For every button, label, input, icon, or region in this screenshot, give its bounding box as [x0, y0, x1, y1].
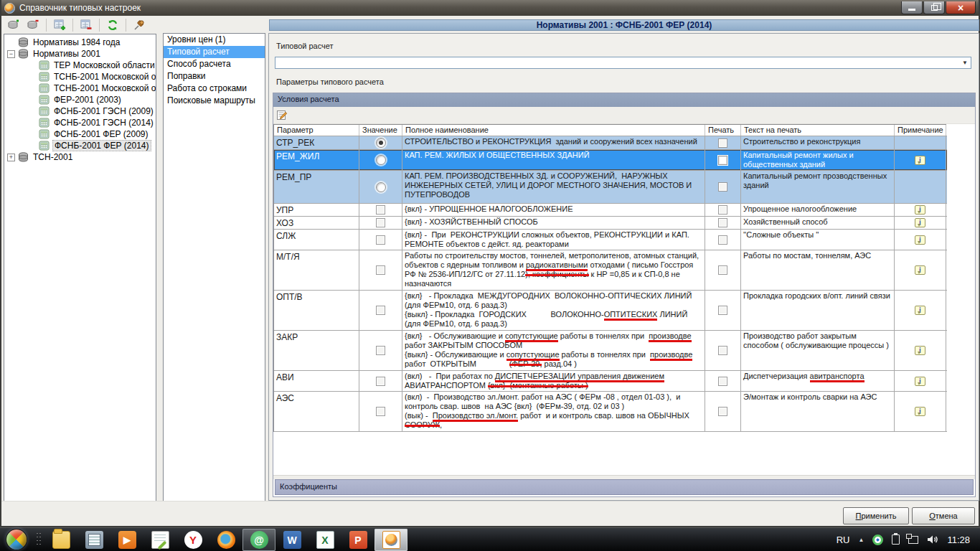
close-button[interactable]: × [946, 1, 976, 14]
taskbar-item-media-player[interactable] [110, 529, 143, 551]
column-header[interactable]: Значение [359, 125, 402, 136]
print-checkbox[interactable] [718, 205, 727, 215]
note-icon[interactable]: i [915, 205, 925, 215]
collapse-icon[interactable]: − [7, 50, 15, 58]
network-tray-icon[interactable] [908, 536, 918, 544]
column-header[interactable]: Печать [705, 125, 741, 136]
edit-button[interactable] [276, 109, 288, 121]
taskbar-item-excel[interactable] [308, 529, 341, 551]
value-radio[interactable] [376, 155, 386, 165]
table-row[interactable]: СЛЖ{вкл} - При РЕКОНСТРУКЦИИ сложных объ… [274, 230, 947, 250]
column-header[interactable]: Параметр [274, 125, 359, 136]
taskbar-item-powerpoint[interactable] [341, 529, 374, 551]
table-row[interactable]: М/Т/ЯРаботы по строительству мостов, тон… [274, 250, 947, 291]
value-checkbox[interactable] [376, 235, 385, 245]
cancel-button[interactable]: Отмена [912, 507, 975, 524]
tree-item[interactable]: Нормативы 1984 года [18, 37, 156, 48]
section-item[interactable]: Уровни цен (1) [164, 34, 265, 46]
remove-record-button[interactable] [78, 18, 94, 32]
add-record-button[interactable] [52, 18, 67, 32]
antivirus-tray-icon[interactable] [872, 534, 883, 545]
typical-calc-combobox[interactable]: ▼ [275, 57, 971, 69]
print-checkbox[interactable] [718, 156, 727, 165]
section-item[interactable]: Поисковые маршруты [164, 95, 265, 107]
print-checkbox[interactable] [718, 218, 727, 227]
hidden-icons-arrow-icon[interactable]: ▲ [859, 537, 864, 543]
restore-button[interactable] [923, 1, 945, 14]
note-icon[interactable]: i [915, 156, 925, 165]
taskbar-item-estimate-app[interactable] [374, 529, 407, 551]
print-checkbox[interactable] [718, 265, 727, 275]
remove-database-button[interactable] [25, 18, 41, 32]
column-header[interactable]: Примечание [895, 125, 946, 136]
table-row[interactable]: ХОЗ{вкл} - ХОЗЯЙСТВЕННЫЙ СПОСОБХозяйстве… [274, 217, 947, 230]
tree-item[interactable]: ТСНБ-2001 Московской обл. [39, 83, 156, 94]
tree-item[interactable]: ТЕР Московской области (2 [39, 60, 156, 71]
pushpin-button[interactable] [131, 18, 147, 32]
print-checkbox[interactable] [718, 346, 727, 355]
print-checkbox[interactable] [718, 377, 727, 386]
section-item[interactable]: Типовой расчет [164, 46, 265, 58]
start-button[interactable] [0, 529, 33, 550]
note-icon[interactable]: i [915, 377, 925, 386]
tree-item[interactable]: ТСНБ-2001 Московской обл. [39, 71, 156, 83]
table-row[interactable]: ОПТ/В{вкл} - Прокладка МЕЖДУГОРОДНИХ ВОЛ… [274, 291, 947, 331]
coefficients-group-bar[interactable]: Коэффициенты [275, 479, 974, 495]
section-item[interactable]: Способ расчета [164, 58, 265, 70]
table-row[interactable]: СТР_РЕКСТРОИТЕЛЬСТВО и РЕКОНСТРУКЦИЯ зда… [274, 136, 947, 150]
value-checkbox[interactable] [376, 407, 385, 416]
taskbar-item-notepad[interactable] [143, 529, 176, 551]
tree-item[interactable]: ФСНБ-2001 ФЕР (2014) [39, 140, 156, 151]
table-row[interactable]: АВИ(вкл) - При работах по ДИСПЕТЧЕРЕЗАЦИ… [274, 371, 947, 392]
section-item[interactable]: Работа со строками [164, 83, 265, 95]
table-row[interactable]: РЕМ_ЖИЛКАП. РЕМ. ЖИЛЫХ И ОБЩЕСТВЕННЫХ ЗД… [274, 150, 947, 171]
expand-icon[interactable]: + [7, 154, 15, 161]
value-checkbox[interactable] [376, 265, 385, 275]
print-checkbox[interactable] [718, 182, 727, 192]
taskbar-item-explorer[interactable] [44, 529, 77, 551]
column-header[interactable]: Текст на печать [741, 125, 895, 136]
table-row[interactable]: РЕМ_ПРКАП. РЕМ. ПРОИЗВОДСТВЕННЫХ ЗД. и С… [274, 171, 947, 204]
tree-item[interactable]: ФСНБ-2001 ГЭСН (2014) [39, 117, 156, 128]
value-checkbox[interactable] [376, 218, 385, 227]
value-checkbox[interactable] [376, 306, 385, 315]
tree-item[interactable]: ФСНБ-2001 ФЕР (2009) [39, 128, 156, 140]
language-indicator[interactable]: RU [837, 534, 850, 545]
table-row[interactable]: УПР{вкл} - УПРОЩЕННОЕ НАЛОГООБЛОЖЕНИЕУпр… [274, 204, 947, 217]
value-checkbox[interactable] [376, 205, 385, 215]
tree-item[interactable]: ФЕР-2001 (2003) [39, 94, 156, 105]
table-row[interactable]: АЭС(вкл) - Производство эл./монт. работ … [274, 392, 947, 432]
section-item[interactable]: Поправки [164, 70, 265, 83]
value-radio[interactable] [376, 182, 386, 192]
apply-button[interactable]: Применить [843, 507, 909, 524]
table-row[interactable]: ЗАКР{вкл} - Обслуживающие и сопутстующие… [274, 331, 947, 371]
print-checkbox[interactable] [718, 235, 727, 245]
print-checkbox[interactable] [718, 407, 727, 416]
taskbar-item-firefox[interactable] [209, 529, 242, 551]
note-icon[interactable]: i [915, 346, 925, 355]
note-icon[interactable]: i [915, 235, 925, 245]
taskbar-item-yandex-browser[interactable] [176, 529, 209, 551]
clock[interactable]: 11:28 [947, 534, 970, 545]
tree-item[interactable]: +ТСН-2001 [7, 151, 156, 163]
value-checkbox[interactable] [376, 346, 385, 355]
print-checkbox[interactable] [718, 306, 727, 315]
taskbar-item-calculator[interactable] [77, 529, 110, 551]
column-header[interactable]: Полное наименование [402, 125, 705, 136]
clipboard-tray-icon[interactable] [892, 534, 900, 545]
value-radio[interactable] [376, 138, 386, 148]
title-bar[interactable]: Справочник типовых настроек × [1, 0, 979, 16]
print-checkbox[interactable] [718, 138, 727, 148]
refresh-button[interactable] [105, 18, 121, 32]
taskbar-item-word[interactable] [275, 529, 308, 551]
tree-item[interactable]: ФСНБ-2001 ГЭСН (2009) [39, 105, 156, 117]
volume-icon[interactable] [927, 534, 938, 545]
note-icon[interactable]: i [915, 265, 925, 275]
value-checkbox[interactable] [376, 377, 385, 386]
minimize-button[interactable] [901, 1, 923, 14]
chevron-down-icon[interactable]: ▼ [962, 60, 968, 66]
note-icon[interactable]: i [915, 306, 925, 315]
add-database-button[interactable] [6, 18, 22, 32]
note-icon[interactable]: i [915, 218, 925, 227]
taskbar-item-mail-agent[interactable] [242, 529, 275, 551]
